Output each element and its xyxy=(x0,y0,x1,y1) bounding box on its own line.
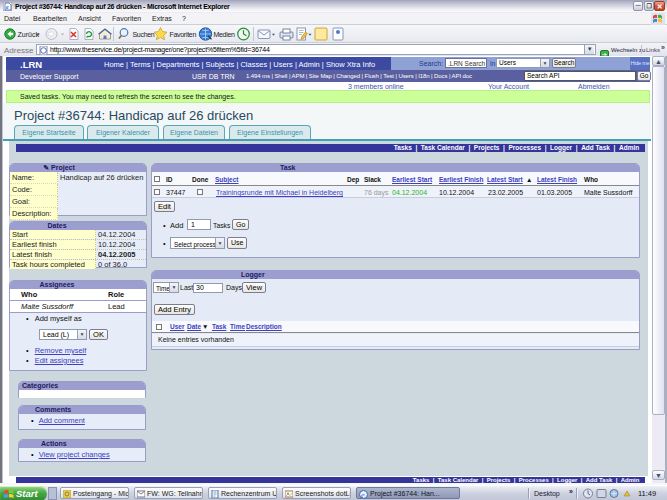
svg-text:e: e xyxy=(361,491,365,500)
